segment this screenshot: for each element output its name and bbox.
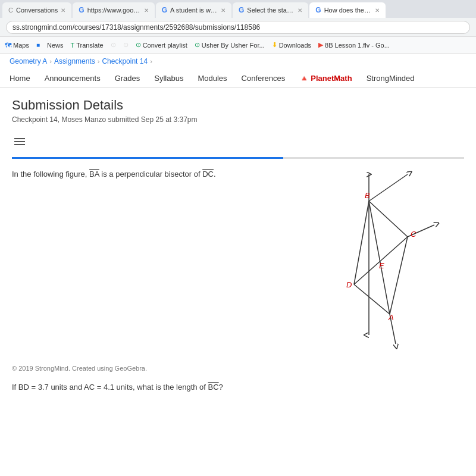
browser-tabs: C Conversations ✕ G https://www.google.c… <box>0 0 476 18</box>
svg-line-9 <box>354 237 408 284</box>
google-icon: G <box>162 6 167 14</box>
tab-close-icon[interactable]: ✕ <box>61 7 65 14</box>
svg-text:E: E <box>379 261 384 270</box>
bc-segment: BC <box>208 383 219 392</box>
question1-section: In the following figure, BA is a perpend… <box>12 168 464 365</box>
question2-text: If BD = 3.7 units and AC = 4.1 units, wh… <box>12 381 464 393</box>
svg-line-7 <box>354 201 369 284</box>
translate-icon: T <box>70 42 74 49</box>
menu-icon-bar <box>12 132 464 151</box>
breadcrumb-assignments[interactable]: Assignments <box>54 57 95 65</box>
nav-announcements[interactable]: Announcements <box>45 74 101 83</box>
google-icon: G <box>239 6 244 14</box>
geometry-svg: B C E D A <box>298 168 440 359</box>
section-divider <box>12 157 464 159</box>
tab-student[interactable]: G A student is writing a... ✕ <box>156 2 231 18</box>
svg-text:B: B <box>365 191 370 200</box>
nav-home[interactable]: Home <box>10 74 30 83</box>
bookmarks-bar: 🗺 Maps ■ News T Translate ⊙ ⊙ ⊙ Convert … <box>0 37 476 54</box>
google-icon: G <box>315 6 321 14</box>
tab-google1[interactable]: G https://www.google.c... ✕ <box>73 2 154 18</box>
nav-modules[interactable]: Modules <box>198 74 227 83</box>
usher-icon: ⊙ <box>195 41 200 49</box>
page-title: Submission Details <box>12 98 464 113</box>
nav-strongminded[interactable]: StrongMinded <box>367 74 415 83</box>
breadcrumb-geometry[interactable]: Geometry A <box>10 57 47 65</box>
nav-planetmath[interactable]: 🔺 PlanetMath <box>299 74 352 83</box>
copyright-text: © 2019 StrongMind. Created using GeoGebr… <box>12 365 464 372</box>
svg-text:C: C <box>411 230 416 239</box>
svg-line-5 <box>390 237 408 314</box>
bookmark-news[interactable]: News <box>47 42 64 49</box>
tab-select-statement[interactable]: G Select the statement ✕ <box>233 2 308 18</box>
svg-text:A: A <box>388 313 394 322</box>
bookmark-usher[interactable]: ⊙ Usher By Usher For... <box>195 41 265 49</box>
bookmark-icon-news: ■ <box>36 42 40 48</box>
bookmark-downloads[interactable]: ⬇ Downloads <box>272 41 311 49</box>
question1-text-area: In the following figure, BA is a perpend… <box>12 168 274 189</box>
breadcrumb-sep1: › <box>49 58 52 65</box>
breadcrumb-checkpoint[interactable]: Checkpoint 14 <box>102 57 148 65</box>
bookmark-translate[interactable]: T Translate <box>70 42 103 49</box>
svg-line-1 <box>369 174 408 201</box>
lesson-icon: ▶ <box>318 41 323 49</box>
nav-syllabus[interactable]: Syllabus <box>154 74 183 83</box>
bookmark-convert[interactable]: ⊙ Convert playlist <box>136 41 187 49</box>
convert-icon: ⊙ <box>136 41 141 49</box>
tab-close-icon[interactable]: ✕ <box>375 7 380 14</box>
nav-grades[interactable]: Grades <box>115 74 140 83</box>
svg-text:D: D <box>346 280 352 289</box>
bookmark-8b[interactable]: ▶ 8B Lesson 1.flv - Go... <box>318 41 390 49</box>
google-icon: G <box>79 6 84 14</box>
download-icon: ⬇ <box>272 41 277 49</box>
tab-close-icon[interactable]: ✕ <box>298 7 302 14</box>
hamburger-menu[interactable] <box>12 136 27 148</box>
submission-meta: Checkpoint 14, Moses Manzo submitted Sep… <box>12 115 464 124</box>
breadcrumb: Geometry A › Assignments › Checkpoint 14… <box>0 54 476 69</box>
tab-how-does[interactable]: G How does the sector... ✕ <box>309 2 385 18</box>
svg-line-8 <box>369 201 390 314</box>
tab-close-icon[interactable]: ✕ <box>221 7 226 14</box>
url-input[interactable] <box>6 21 470 34</box>
address-bar <box>0 18 476 37</box>
breadcrumb-sep3: › <box>150 58 152 65</box>
planetmath-icon: 🔺 <box>299 74 309 83</box>
course-nav: Home Announcements Grades Syllabus Modul… <box>0 69 476 88</box>
main-content: Submission Details Checkpoint 14, Moses … <box>0 88 476 403</box>
ba-segment: BA <box>89 170 99 178</box>
tab-conversations[interactable]: C Conversations ✕ <box>2 2 71 18</box>
maps-icon: 🗺 <box>5 42 11 49</box>
tab-close-icon[interactable]: ✕ <box>144 7 149 14</box>
svg-line-6 <box>354 284 390 314</box>
bookmark-maps[interactable]: 🗺 Maps <box>5 42 29 49</box>
dc-segment: DC <box>202 170 214 178</box>
breadcrumb-sep2: › <box>98 58 100 65</box>
nav-conferences[interactable]: Conferences <box>242 74 286 83</box>
geometry-figure: B C E D A <box>286 168 440 359</box>
question1-text: In the following figure, BA is a perpend… <box>12 168 274 180</box>
